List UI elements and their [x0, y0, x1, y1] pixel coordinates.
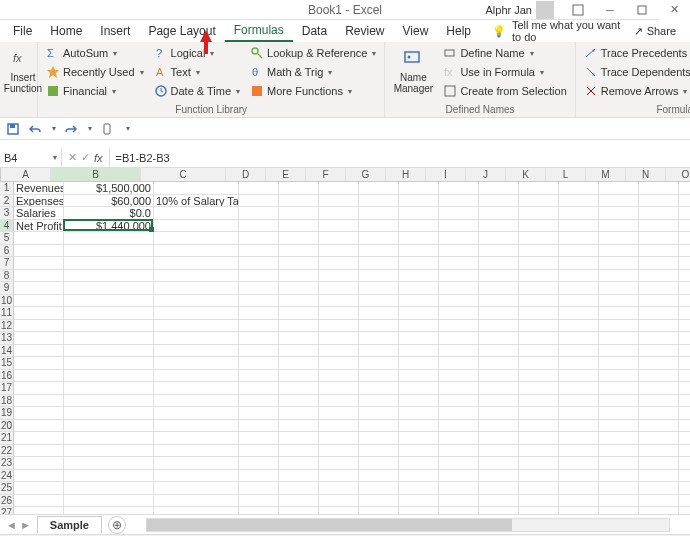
cell-M19[interactable]	[599, 407, 639, 420]
tab-insert[interactable]: Insert	[91, 21, 139, 41]
cell-C1[interactable]	[154, 182, 239, 195]
column-header-H[interactable]: H	[386, 168, 426, 181]
maximize-button[interactable]	[626, 0, 658, 20]
cell-F27[interactable]	[319, 507, 359, 514]
cell-F13[interactable]	[319, 332, 359, 345]
name-box[interactable]: B4 ▾	[0, 148, 62, 167]
cell-D12[interactable]	[239, 320, 279, 333]
undo-dropdown[interactable]: ▾	[52, 124, 56, 133]
cell-K17[interactable]	[519, 382, 559, 395]
cell-E7[interactable]	[279, 257, 319, 270]
cell-N26[interactable]	[639, 495, 679, 508]
cell-E22[interactable]	[279, 445, 319, 458]
cell-J23[interactable]	[479, 457, 519, 470]
cell-K11[interactable]	[519, 307, 559, 320]
cell-B25[interactable]	[64, 482, 154, 495]
cell-I7[interactable]	[439, 257, 479, 270]
cell-B18[interactable]	[64, 395, 154, 408]
add-sheet-button[interactable]: ⊕	[108, 516, 126, 534]
cell-E15[interactable]	[279, 357, 319, 370]
row-header-8[interactable]: 8	[0, 270, 14, 283]
cell-C13[interactable]	[154, 332, 239, 345]
cell-M6[interactable]	[599, 245, 639, 258]
cell-J19[interactable]	[479, 407, 519, 420]
cell-B15[interactable]	[64, 357, 154, 370]
cell-G13[interactable]	[359, 332, 399, 345]
row-header-20[interactable]: 20	[0, 420, 14, 433]
cell-B22[interactable]	[64, 445, 154, 458]
cell-L24[interactable]	[559, 470, 599, 483]
cell-L20[interactable]	[559, 420, 599, 433]
column-header-N[interactable]: N	[626, 168, 666, 181]
cell-C5[interactable]	[154, 232, 239, 245]
cell-D22[interactable]	[239, 445, 279, 458]
cell-K27[interactable]	[519, 507, 559, 514]
cell-B24[interactable]	[64, 470, 154, 483]
cell-A25[interactable]	[14, 482, 64, 495]
cell-D26[interactable]	[239, 495, 279, 508]
row-header-11[interactable]: 11	[0, 307, 14, 320]
cell-D4[interactable]	[239, 220, 279, 233]
cell-O21[interactable]	[679, 432, 690, 445]
row-header-21[interactable]: 21	[0, 432, 14, 445]
cell-B13[interactable]	[64, 332, 154, 345]
cell-H6[interactable]	[399, 245, 439, 258]
cell-H15[interactable]	[399, 357, 439, 370]
cell-F25[interactable]	[319, 482, 359, 495]
cell-D1[interactable]	[239, 182, 279, 195]
cell-A5[interactable]	[14, 232, 64, 245]
cell-N1[interactable]	[639, 182, 679, 195]
cell-F20[interactable]	[319, 420, 359, 433]
cell-E1[interactable]	[279, 182, 319, 195]
cell-E10[interactable]	[279, 295, 319, 308]
cell-A16[interactable]	[14, 370, 64, 383]
row-header-15[interactable]: 15	[0, 357, 14, 370]
tab-view[interactable]: View	[394, 21, 438, 41]
cell-E8[interactable]	[279, 270, 319, 283]
cell-D21[interactable]	[239, 432, 279, 445]
column-header-M[interactable]: M	[586, 168, 626, 181]
cell-J15[interactable]	[479, 357, 519, 370]
redo-dropdown[interactable]: ▾	[88, 124, 92, 133]
cell-D13[interactable]	[239, 332, 279, 345]
cell-J10[interactable]	[479, 295, 519, 308]
cell-O6[interactable]	[679, 245, 690, 258]
cell-G2[interactable]	[359, 195, 399, 208]
cell-A10[interactable]	[14, 295, 64, 308]
cell-I4[interactable]	[439, 220, 479, 233]
cell-I21[interactable]	[439, 432, 479, 445]
cell-G20[interactable]	[359, 420, 399, 433]
row-header-13[interactable]: 13	[0, 332, 14, 345]
cell-E5[interactable]	[279, 232, 319, 245]
cell-D25[interactable]	[239, 482, 279, 495]
cell-D8[interactable]	[239, 270, 279, 283]
cell-G27[interactable]	[359, 507, 399, 514]
cell-D3[interactable]	[239, 207, 279, 220]
cell-F4[interactable]	[319, 220, 359, 233]
cell-O20[interactable]	[679, 420, 690, 433]
cell-M24[interactable]	[599, 470, 639, 483]
cell-K21[interactable]	[519, 432, 559, 445]
cell-J9[interactable]	[479, 282, 519, 295]
row-header-4[interactable]: 4	[0, 220, 14, 233]
cell-M2[interactable]	[599, 195, 639, 208]
cell-D16[interactable]	[239, 370, 279, 383]
cell-C11[interactable]	[154, 307, 239, 320]
cell-O12[interactable]	[679, 320, 690, 333]
touch-mode-icon[interactable]	[100, 122, 114, 136]
cell-A9[interactable]	[14, 282, 64, 295]
row-header-16[interactable]: 16	[0, 370, 14, 383]
cell-B10[interactable]	[64, 295, 154, 308]
cell-M25[interactable]	[599, 482, 639, 495]
row-header-23[interactable]: 23	[0, 457, 14, 470]
cell-J26[interactable]	[479, 495, 519, 508]
cell-F2[interactable]	[319, 195, 359, 208]
cell-D11[interactable]	[239, 307, 279, 320]
cell-H7[interactable]	[399, 257, 439, 270]
cell-K9[interactable]	[519, 282, 559, 295]
datetime-button[interactable]: Date & Time▾	[152, 82, 243, 100]
cell-E21[interactable]	[279, 432, 319, 445]
cell-B8[interactable]	[64, 270, 154, 283]
tab-formulas[interactable]: Formulas	[225, 20, 293, 42]
cell-O5[interactable]	[679, 232, 690, 245]
